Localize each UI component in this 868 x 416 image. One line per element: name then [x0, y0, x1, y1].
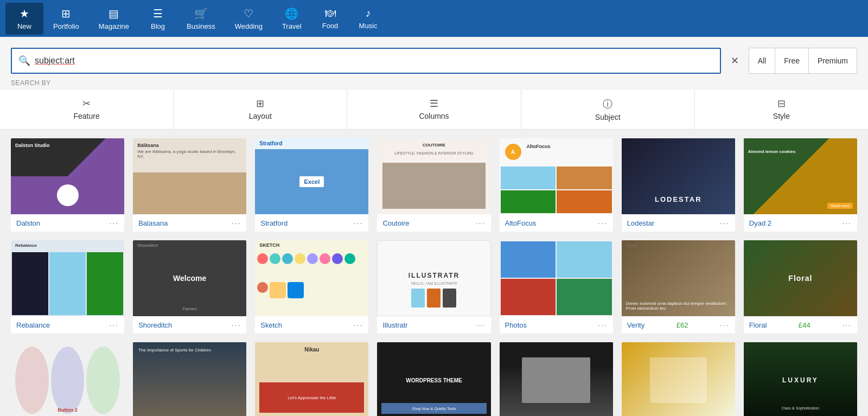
theme-thumb-coutoire: COUTOIRE LIFESTYLE. FASHION & INTERIOR S… [377, 138, 490, 214]
theme-more-verity[interactable]: ··· [720, 321, 730, 329]
theme-card-rebalance[interactable]: Rebalance Rebalance ··· [11, 240, 124, 334]
theme-more-dyad2[interactable]: ··· [842, 219, 852, 227]
theme-footer-balasana: Balasana ··· [133, 214, 246, 232]
nav-item-wedding[interactable]: ♡ Wedding [225, 3, 272, 35]
theme-more-altofocus[interactable]: ··· [598, 219, 608, 227]
theme-card-row3-4[interactable]: WORDPRESS THEME Shop Now & Quality Tests… [377, 342, 490, 416]
theme-more-balasana[interactable]: ··· [232, 219, 241, 227]
feature-icon: ✂ [82, 98, 91, 110]
theme-card-stratford[interactable]: Stratford Excel Stratford ··· [255, 138, 368, 232]
theme-more-coutoire[interactable]: ··· [476, 219, 486, 227]
theme-thumb-photos [500, 240, 613, 316]
style-icon: ⊟ [777, 98, 786, 110]
theme-card-illustratr[interactable]: ILLUSTRATR HELLO, I AM ILLUSTRATR Illust… [377, 240, 490, 334]
filter-buttons: All Free Premium [749, 48, 857, 74]
filter-tab-style[interactable]: ⊟ Style [695, 90, 868, 129]
theme-footer-photos: Photos ··· [500, 316, 613, 334]
theme-card-row3-6[interactable]: ··· [622, 342, 735, 416]
theme-price-floral: £44 [799, 321, 810, 329]
filter-free-button[interactable]: Free [775, 48, 809, 73]
theme-thumb-row3-1: Button 2 [11, 342, 124, 416]
theme-card-altofocus[interactable]: A AltoFocus AltoFocus ··· [500, 138, 613, 232]
search-clear-button[interactable]: ✕ [726, 53, 743, 69]
theme-thumb-lodestar: LODESTAR [622, 138, 735, 214]
nav-item-food[interactable]: 🍽 Food [311, 3, 349, 34]
theme-price-verity: £62 [676, 321, 688, 329]
top-navigation: ★ New ⊞ Portfolio ▤ Magazine ☰ Blog 🛒 Bu… [0, 0, 868, 37]
theme-thumb-sketch: SKETCH [255, 240, 368, 316]
theme-more-rebalance[interactable]: ··· [109, 321, 119, 329]
theme-card-photos[interactable]: Photos ··· [500, 240, 613, 334]
theme-more-stratford[interactable]: ··· [354, 219, 363, 227]
nav-label-food: Food [322, 22, 339, 30]
theme-name-sketch: Sketch [260, 321, 282, 329]
theme-name-verity: Verity [627, 321, 645, 329]
wedding-icon: ♡ [244, 7, 253, 20]
theme-card-lodestar[interactable]: LODESTAR Lodestar ··· [622, 138, 735, 232]
filter-tab-layout[interactable]: ⊞ Layout [174, 90, 347, 129]
search-area: 🔍 ✕ All Free Premium SEARCH BY [0, 37, 868, 90]
nav-label-portfolio: Portfolio [53, 22, 79, 30]
filter-tab-subject[interactable]: ⓘ Subject [521, 90, 695, 129]
theme-name-stratford: Stratford [260, 219, 288, 227]
theme-more-dalston[interactable]: ··· [109, 219, 119, 227]
theme-name-dyad2: Dyad 2 [749, 219, 771, 227]
nav-item-blog[interactable]: ☰ Blog [139, 3, 177, 35]
theme-thumb-stratford: Stratford Excel [255, 138, 368, 214]
nav-item-business[interactable]: 🛒 Business [177, 3, 225, 35]
nav-item-new[interactable]: ★ New [5, 3, 43, 35]
nav-item-portfolio[interactable]: ⊞ Portfolio [43, 3, 89, 35]
filter-all-button[interactable]: All [749, 48, 776, 73]
filter-tab-columns[interactable]: ☰ Columns [347, 90, 521, 129]
theme-more-shoreditch[interactable]: ··· [232, 321, 241, 329]
theme-more-lodestar[interactable]: ··· [720, 219, 730, 227]
filter-premium-button[interactable]: Premium [809, 48, 857, 73]
search-input[interactable] [35, 56, 713, 66]
theme-more-photos[interactable]: ··· [598, 321, 608, 329]
theme-thumb-row3-7: LUXURY Class & Sophistication [744, 342, 857, 416]
theme-card-verity[interactable]: Verity Donec euismod urna dapibus dui te… [622, 240, 735, 334]
nav-label-business: Business [187, 22, 215, 30]
nav-label-music: Music [359, 22, 378, 30]
theme-thumb-row3-5: Bio [500, 342, 613, 416]
theme-card-sketch[interactable]: SKETCH Sketch ··· [255, 240, 368, 334]
theme-name-balasana: Balasana [138, 219, 168, 227]
nav-item-music[interactable]: ♪ Music [349, 3, 387, 34]
theme-card-shoreditch[interactable]: Shoreditch Welcome Partners Shoreditch ·… [133, 240, 246, 334]
nav-label-wedding: Wedding [235, 22, 263, 30]
theme-thumb-row3-6 [622, 342, 735, 416]
theme-card-dalston[interactable]: Dalston Studio Dalston ··· [11, 138, 124, 232]
theme-card-row3-7[interactable]: LUXURY Class & Sophistication Luxury ··· [744, 342, 857, 416]
theme-thumb-dalston: Dalston Studio [11, 138, 124, 214]
business-icon: 🛒 [194, 7, 208, 20]
theme-name-lodestar: Lodestar [627, 219, 655, 227]
theme-more-illustratr[interactable]: ··· [476, 321, 486, 329]
theme-name-coutoire: Coutoire [382, 219, 409, 227]
theme-footer-rebalance: Rebalance ··· [11, 316, 124, 334]
theme-card-row3-1[interactable]: Button 2 Button 2 ··· [11, 342, 124, 416]
theme-card-floral[interactable]: Floral Floral £44 ··· [744, 240, 857, 334]
search-magnifier-icon: 🔍 [18, 55, 30, 67]
nav-item-magazine[interactable]: ▤ Magazine [89, 3, 139, 35]
theme-thumb-row3-3: Nikau Let's Appreciate the Little [255, 342, 368, 416]
theme-footer-altofocus: AltoFocus ··· [500, 214, 613, 232]
theme-footer-illustratr: Illustratr ··· [377, 316, 490, 334]
theme-more-floral[interactable]: ··· [842, 321, 852, 329]
filter-tab-feature[interactable]: ✂ Feature [0, 90, 174, 129]
theme-card-coutoire[interactable]: COUTOIRE LIFESTYLE. FASHION & INTERIOR S… [377, 138, 490, 232]
filter-tab-subject-label: Subject [595, 113, 621, 121]
theme-card-balasana[interactable]: Bālāsana We are Bālāsana, a yoga studio … [133, 138, 246, 232]
theme-footer-verity: Verity £62 ··· [622, 316, 735, 334]
theme-footer-sketch: Sketch ··· [255, 316, 368, 334]
theme-card-row3-3[interactable]: Nikau Let's Appreciate the Little Nikau … [255, 342, 368, 416]
theme-more-sketch[interactable]: ··· [354, 321, 363, 329]
theme-thumb-floral: Floral [744, 240, 857, 316]
theme-footer-dyad2: Dyad 2 ··· [744, 214, 857, 232]
theme-name-rebalance: Rebalance [16, 321, 50, 329]
theme-card-dyad2[interactable]: Almond lemon cookies Read more Dyad 2 ··… [744, 138, 857, 232]
theme-card-row3-5[interactable]: Bio Bio ··· [500, 342, 613, 416]
theme-footer-floral: Floral £44 ··· [744, 316, 857, 334]
nav-item-travel[interactable]: 🌐 Travel [272, 3, 311, 35]
theme-name-shoreditch: Shoreditch [138, 321, 172, 329]
theme-card-row3-2[interactable]: The Importance of Sports for Children ··… [133, 342, 246, 416]
